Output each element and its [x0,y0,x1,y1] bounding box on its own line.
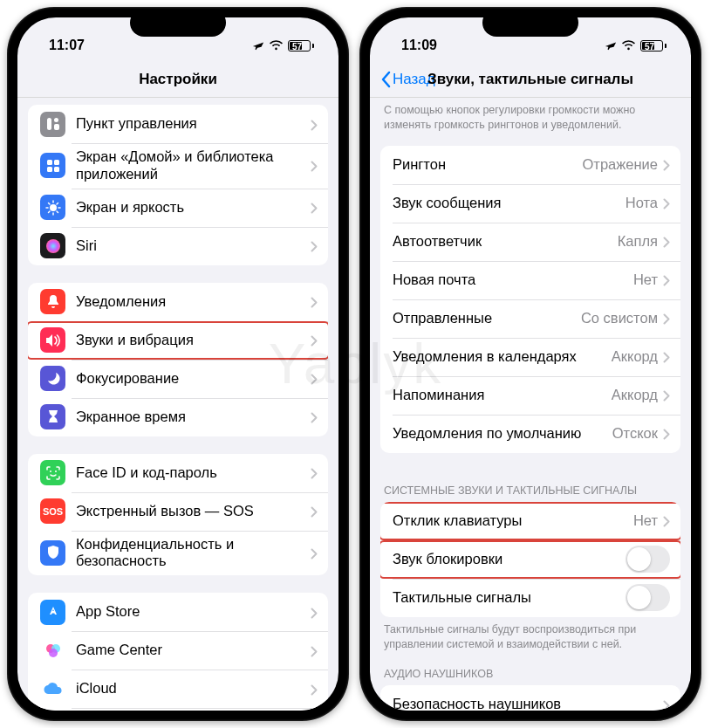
row-label: Звук блокировки [393,551,626,568]
row-label: Звуки и вибрация [76,332,311,349]
settings-row[interactable]: Экран «Домой» и библиотека приложений [28,143,328,189]
row-label: Face ID и код-пароль [76,464,311,482]
screen: 11:09 57 Назад Звуки, тактильные сигналы… [370,17,691,711]
system-row[interactable]: Отклик клавиатурыНет [380,502,680,540]
system-row[interactable]: Звук блокировки [380,540,680,579]
row-value: Нота [626,195,658,211]
chevron-right-icon [311,119,318,130]
appstore-icon [40,600,65,625]
sound-row[interactable]: Уведомления по умолчаниюОтскок [380,415,680,453]
status-time: 11:07 [49,38,85,53]
back-label: Назад [393,71,435,88]
settings-content[interactable]: Пункт управленияЭкран «Домой» и библиоте… [17,98,338,711]
system-row[interactable]: Тактильные сигналы [380,579,680,617]
chevron-right-icon [311,334,318,346]
settings-row[interactable]: Экранное время [28,398,328,436]
sound-row[interactable]: Звук сообщенияНота [380,184,680,223]
sounds-group: РингтонОтражениеЗвук сообщенияНотаАвтоот… [380,146,680,453]
sound-icon [40,327,65,353]
settings-row[interactable]: Экран и яркость [28,189,328,227]
sound-row[interactable]: Новая почтаНет [380,261,680,299]
row-value: Аккорд [612,348,658,365]
focus-icon [40,366,65,391]
settings-row[interactable]: Пункт управления [28,105,328,143]
svg-rect-0 [47,118,51,130]
toggle-switch[interactable] [626,546,670,573]
screentime-icon [40,404,65,429]
back-button[interactable]: Назад [380,71,435,88]
row-value: Нет [633,512,658,529]
settings-group: УведомленияЗвуки и вибрацияФокусирование… [28,283,328,436]
headphones-row[interactable]: Безопасность наушников [380,685,680,711]
settings-row[interactable]: Siri [28,227,328,265]
page-title: Настройки [17,71,338,88]
control-center-icon [40,112,65,137]
battery-icon: 57 [640,40,667,52]
settings-row[interactable]: SOSЭкстренный вызов — SOS [28,492,328,531]
svg-rect-5 [47,167,52,172]
svg-point-17 [50,470,51,472]
settings-row[interactable]: Фокусирование [28,360,328,398]
privacy-icon [40,540,65,566]
settings-row[interactable]: Звуки и вибрация [28,321,328,360]
row-label: Звук сообщения [393,195,626,212]
chevron-right-icon [311,467,318,478]
chevron-right-icon [311,411,318,422]
airplane-icon [605,39,617,52]
airplane-icon [252,39,264,52]
row-value: Отражение [583,156,658,173]
screen: 11:07 57 Настройки Пункт управленияЭкран… [17,17,338,711]
settings-group: Пункт управленияЭкран «Домой» и библиоте… [28,105,328,265]
row-label: Уведомления по умолчанию [393,425,612,443]
chevron-right-icon [663,197,670,209]
settings-row[interactable]: iCloud [28,670,328,708]
row-label: Экстренный вызов — SOS [76,503,311,520]
sound-row[interactable]: ОтправленныеСо свистом [380,299,680,338]
row-label: Рингтон [393,156,583,174]
wifi-icon [269,40,284,51]
bell-icon [40,289,65,314]
chevron-right-icon [311,373,318,384]
sos-icon: SOS [40,498,65,524]
dynamic-island [482,9,578,37]
sounds-content[interactable]: С помощью кнопок регулировки громкости м… [370,98,691,711]
chevron-right-icon [311,296,318,307]
row-label: Конфиденциальность и безопасность [76,536,311,571]
svg-point-22 [49,649,58,657]
chevron-right-icon [311,505,318,517]
chevron-right-icon [663,699,670,711]
battery-text: 57 [645,41,654,52]
settings-row[interactable]: Wallet и Apple Pay [28,708,328,711]
row-label: Game Center [76,642,311,659]
settings-group: App StoreGame CenteriCloudWallet и Apple… [28,593,328,711]
settings-row[interactable]: Конфиденциальность и безопасность [28,531,328,576]
nav-header: Настройки [17,61,338,98]
status-right: 57 [605,39,667,52]
section-header: АУДИО НАУШНИКОВ [370,664,691,685]
gamecenter-icon [40,638,65,663]
system-group: Отклик клавиатурыНетЗвук блокировкиТакти… [380,502,680,617]
settings-row[interactable]: App Store [28,593,328,631]
sound-row[interactable]: Уведомления в календаряхАккорд [380,338,680,376]
row-label: Экранное время [76,409,311,426]
settings-row[interactable]: Face ID и код-пароль [28,454,328,492]
faceid-icon [40,460,65,485]
sound-row[interactable]: РингтонОтражение [380,146,680,184]
sound-row[interactable]: АвтоответчикКапля [380,223,680,261]
sound-row[interactable]: НапоминанияАккорд [380,376,680,415]
settings-row[interactable]: Game Center [28,631,328,670]
row-label: App Store [76,603,311,621]
battery-text: 57 [292,41,302,52]
svg-point-18 [55,470,57,472]
siri-icon [40,233,65,258]
row-label: Siri [76,237,311,255]
settings-group: Face ID и код-парольSOSЭкстренный вызов … [28,454,328,576]
toggle-switch[interactable] [626,584,670,611]
settings-row[interactable]: Уведомления [28,283,328,321]
chevron-right-icon [311,160,318,171]
svg-rect-2 [54,124,59,130]
svg-point-16 [46,239,60,253]
chevron-right-icon [663,351,670,362]
svg-line-15 [48,211,50,213]
phone-right: 11:09 57 Назад Звуки, тактильные сигналы… [359,7,701,721]
